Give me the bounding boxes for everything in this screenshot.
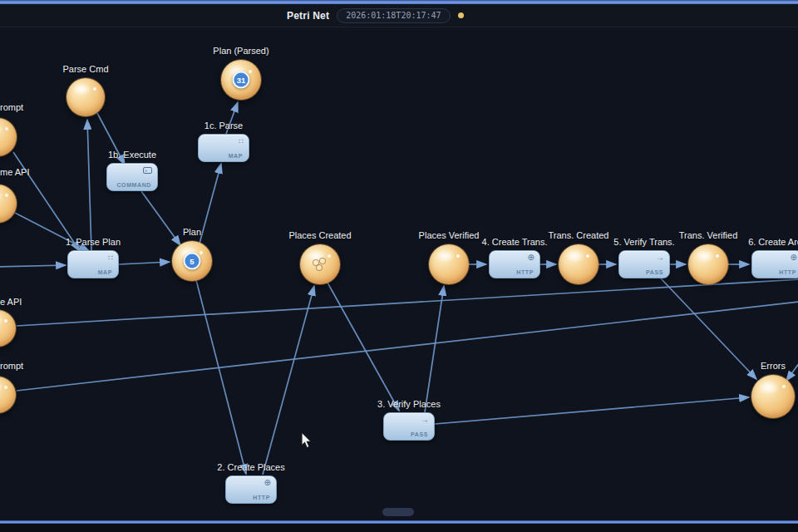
place-node-plan-parsed[interactable]: 31 bbox=[221, 60, 261, 100]
arc-edge-8 bbox=[119, 262, 170, 264]
place-label-plan: Plan bbox=[134, 227, 250, 237]
place-node-plan[interactable]: 5 bbox=[172, 241, 212, 281]
transition-node-t-verify-places[interactable]: →PASS bbox=[383, 412, 435, 441]
arrow-right-icon: → bbox=[421, 416, 429, 424]
transition-label-t-verify-places: 3. Verify Places bbox=[351, 399, 467, 409]
transition-type-tag: PASS bbox=[646, 269, 663, 275]
place-node-parse-cmd[interactable] bbox=[66, 78, 105, 116]
place-node-places-created[interactable] bbox=[300, 244, 340, 284]
transition-type-tag: HTTP bbox=[779, 269, 796, 275]
place-label-places-created: Places Created bbox=[262, 230, 378, 240]
window-top-accent bbox=[0, 0, 798, 4]
arc-edge-0 bbox=[87, 120, 91, 250]
page-title: Petri Net bbox=[287, 10, 329, 22]
token-count-badge: 5 bbox=[184, 253, 201, 270]
petri-net-canvas[interactable]: romptme APIParse Cmd31Plan (Parsed)5Plan… bbox=[0, 0, 798, 532]
globe-icon: ⊕ bbox=[791, 254, 797, 262]
transition-label-t-create-arcs: 6. Create Arcs bbox=[719, 237, 798, 247]
transition-node-t-create-trans[interactable]: ⊕HTTP bbox=[489, 250, 540, 278]
arc-edge-21 bbox=[17, 279, 798, 326]
globe-icon: ⊕ bbox=[264, 479, 271, 487]
token-dot bbox=[319, 258, 326, 264]
horizontal-scrollbar[interactable] bbox=[382, 508, 414, 516]
arc-edge-19 bbox=[435, 397, 749, 424]
arc-edge-22 bbox=[17, 302, 798, 391]
place-node-trans-verified[interactable] bbox=[688, 244, 728, 284]
place-label-plan-parsed: Plan (Parsed) bbox=[183, 46, 299, 56]
terminal-icon: >_ bbox=[143, 167, 152, 174]
transition-type-tag: COMMAND bbox=[116, 182, 151, 188]
bottom-strip bbox=[0, 524, 798, 532]
transition-node-t-create-places[interactable]: ⊕HTTP bbox=[225, 475, 277, 504]
place-node-places-verified[interactable] bbox=[429, 244, 469, 284]
transition-label-t-create-trans: 4. Create Trans. bbox=[456, 237, 573, 247]
status-dot bbox=[458, 12, 464, 18]
transition-label-t-create-places: 2. Create Places bbox=[193, 462, 309, 472]
globe-icon: ⊕ bbox=[528, 254, 534, 262]
transition-label-t-parse-plan: 1. Parse Plan bbox=[35, 237, 151, 247]
transition-type-tag: MAP bbox=[98, 269, 112, 275]
transition-node-t-parse-plan[interactable]: ∷MAP bbox=[67, 250, 119, 278]
token-count-badge: 31 bbox=[233, 71, 250, 89]
transition-node-t-execute[interactable]: >_COMMAND bbox=[106, 163, 158, 191]
transition-type-tag: HTTP bbox=[516, 269, 534, 275]
arc-edge-9 bbox=[196, 280, 246, 474]
transition-label-t-parse: 1c. Parse bbox=[165, 121, 282, 131]
place-label-api-mid: e API bbox=[0, 297, 22, 307]
mouse-cursor bbox=[301, 431, 314, 453]
arc-edge-11 bbox=[328, 283, 399, 411]
title-bar: Petri Net 2026:01:18T20:17:47 bbox=[0, 4, 798, 27]
transition-label-t-execute: 1b. Execute bbox=[74, 150, 190, 160]
grid-dots-icon: ∷ bbox=[108, 254, 113, 262]
grid-dots-icon: ∷ bbox=[239, 137, 244, 145]
arc-edge-12 bbox=[425, 286, 444, 412]
edges-layer bbox=[0, 0, 798, 532]
timestamp-badge: 2026:01:18T20:17:47 bbox=[337, 8, 450, 23]
place-node-errors[interactable] bbox=[751, 375, 795, 418]
place-label-prompt-top: rompt bbox=[0, 102, 23, 112]
arrow-right-icon: → bbox=[656, 254, 664, 262]
place-label-errors: Errors bbox=[715, 361, 798, 371]
arc-edge-7 bbox=[0, 265, 66, 267]
transition-node-t-parse[interactable]: ∷MAP bbox=[198, 134, 249, 162]
transition-label-t-verify-trans: 5. Verify Trans. bbox=[586, 237, 702, 247]
place-label-runtime-api-top: me API bbox=[0, 167, 29, 177]
place-node-trans-created[interactable] bbox=[559, 244, 598, 284]
transition-type-tag: HTTP bbox=[253, 495, 270, 500]
transition-node-t-verify-trans[interactable]: →PASS bbox=[618, 250, 670, 278]
transition-node-t-create-arcs[interactable]: ⊕HTTP bbox=[751, 250, 798, 278]
place-label-parse-cmd: Parse Cmd bbox=[27, 64, 144, 74]
token-dot bbox=[316, 264, 323, 271]
transition-type-tag: MAP bbox=[229, 153, 243, 159]
transition-type-tag: PASS bbox=[411, 431, 428, 437]
place-label-prompt-bottom: rompt bbox=[0, 361, 23, 371]
